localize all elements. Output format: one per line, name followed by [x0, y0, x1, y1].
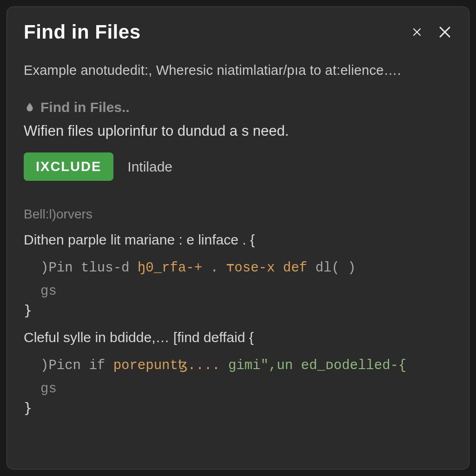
- section-description: Wifien files uplorinfur to dundud a s ne…: [24, 123, 452, 139]
- close-icon[interactable]: [410, 25, 424, 40]
- code-text: ed_ᴅodelled-{: [301, 358, 407, 373]
- include-button[interactable]: IXCLUDE: [24, 152, 113, 181]
- code-suffix: gs: [40, 281, 452, 302]
- dialog-subtitle: Example anotudedit:, Wheresic niatimlati…: [24, 63, 452, 78]
- dialog-header: Find in Files: [24, 21, 452, 43]
- result-header: Cleful sylle in bdidde,… [find deffaid {: [24, 330, 452, 345]
- code-snippet: )Pin tlus-d ꜧ0_rfa-+ . ᴛose-x def dl( ) …: [24, 258, 452, 301]
- code-token: ",un: [261, 358, 301, 373]
- close-button-group: [410, 25, 452, 40]
- drop-icon: [24, 101, 36, 113]
- code-token: gimi: [228, 358, 261, 373]
- dialog-title: Find in Files: [24, 21, 141, 43]
- code-snippet: )Picn if porepuntꜩ.... gimi",un ed_ᴅodel…: [24, 356, 452, 399]
- search-result[interactable]: Cleful sylle in bdidde,… [find deffaid {…: [24, 330, 452, 416]
- code-text: )Picn if: [40, 358, 113, 373]
- closing-brace: }: [24, 400, 452, 416]
- code-suffix: gs: [40, 379, 452, 399]
- section-label[interactable]: Find in Files..: [24, 99, 452, 115]
- code-token: ꜧ0_rfa-+: [138, 260, 202, 276]
- result-header: Dithen parple lit mariane : e linface . …: [24, 232, 452, 248]
- search-result[interactable]: Dithen parple lit mariane : e linface . …: [24, 232, 452, 318]
- code-text: .: [202, 260, 226, 276]
- results-group-label: Bell:l)orvers: [24, 207, 452, 222]
- find-in-files-dialog: Find in Files Example anotudedit:, Where…: [7, 7, 469, 469]
- close-icon[interactable]: [437, 25, 452, 40]
- code-text: [220, 358, 228, 373]
- code-text: dl( ): [315, 260, 356, 276]
- code-token: ᴛose-x: [226, 260, 275, 276]
- code-token: def: [275, 260, 315, 276]
- intilade-button[interactable]: Intilade: [127, 159, 172, 175]
- button-row: IXCLUDE Intilade: [24, 152, 452, 181]
- section-label-text: Find in Files..: [40, 99, 130, 115]
- code-token: porepuntꜩ....: [113, 358, 220, 373]
- code-text: )Pin tlus-d: [40, 260, 138, 276]
- closing-brace: }: [24, 302, 452, 318]
